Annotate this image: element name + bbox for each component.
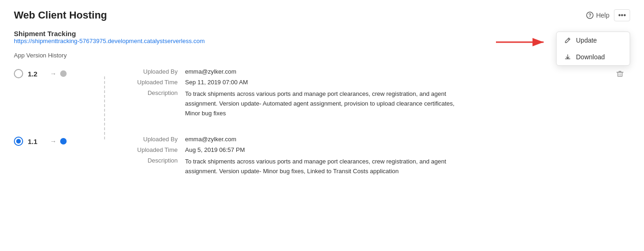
uploaded-by-label-1-1: Uploaded By: [125, 136, 185, 143]
dropdown-update-item[interactable]: Update: [557, 32, 630, 49]
arrow-icon-1-1: →: [50, 138, 56, 145]
uploaded-time-row-1-1: Uploaded Time Aug 5, 2019 06:57 PM: [125, 146, 630, 153]
more-options-button[interactable]: •••: [614, 9, 630, 21]
version-details-1-1: Uploaded By emma@zylker.com Uploaded Tim…: [116, 136, 630, 180]
uploaded-by-row-1-1: Uploaded By emma@zylker.com: [125, 136, 630, 143]
version-radio-1-1[interactable]: [14, 137, 23, 146]
svg-rect-3: [618, 72, 622, 76]
dropdown-download-item[interactable]: Download: [557, 49, 630, 65]
version-radio-1-2[interactable]: [14, 69, 23, 78]
top-actions: ? Help •••: [586, 9, 630, 21]
version-entry-1-2: 1.2 → Uploaded By emma@zylker.com Upload…: [14, 68, 630, 122]
help-circle-icon: ?: [586, 12, 594, 19]
help-button[interactable]: ? Help: [586, 12, 609, 19]
description-label-1-1: Description: [125, 157, 185, 164]
version-left-1-2: 1.2 →: [14, 68, 116, 78]
version-timeline: 1.2 → Uploaded By emma@zylker.com Upload…: [14, 68, 630, 180]
description-row-1-2: Description To track shipments across va…: [125, 89, 614, 118]
arrow-annotation: [494, 35, 549, 49]
version-left-1-1: 1.1 →: [14, 136, 116, 146]
svg-text:?: ?: [588, 13, 591, 18]
version-history-label: App Version History: [14, 52, 630, 59]
version-number-1-1: 1.1: [28, 138, 42, 145]
page-container: Web Client Hosting ? Help ••• Upd: [0, 0, 644, 251]
trash-icon-1-2: [616, 71, 624, 79]
delete-button-1-2[interactable]: [614, 68, 625, 81]
more-icon: •••: [618, 11, 626, 19]
uploaded-time-value-1-1: Aug 5, 2019 06:57 PM: [185, 146, 630, 153]
page-title: Web Client Hosting: [14, 9, 630, 21]
uploaded-time-label-1-1: Uploaded Time: [125, 146, 185, 153]
version-dot-1-2: [60, 70, 67, 77]
uploaded-by-label-1-2: Uploaded By: [125, 68, 185, 75]
uploaded-time-label-1-2: Uploaded Time: [125, 79, 185, 86]
radio-inner-1-1: [16, 139, 21, 144]
uploaded-by-value-1-2: emma@zylker.com: [185, 68, 614, 75]
description-value-1-2: To track shipments across various ports …: [185, 89, 463, 118]
download-label: Download: [576, 53, 605, 61]
update-label: Update: [576, 37, 597, 44]
version-details-1-2: Uploaded By emma@zylker.com Uploaded Tim…: [116, 68, 630, 122]
version-entry-1-1: 1.1 → Uploaded By emma@zylker.com Upload…: [14, 136, 630, 180]
pencil-icon: [564, 37, 571, 44]
arrow-icon-1-2: →: [50, 70, 56, 77]
description-value-1-1: To track shipments across various ports …: [185, 157, 463, 176]
uploaded-time-value-1-2: Sep 11, 2019 07:00 AM: [185, 79, 614, 86]
dropdown-menu: Update Download: [556, 31, 630, 66]
version-row-top-1-2: Uploaded By emma@zylker.com Uploaded Tim…: [125, 68, 630, 122]
help-label: Help: [596, 12, 609, 19]
uploaded-by-row-1-2: Uploaded By emma@zylker.com: [125, 68, 614, 75]
version-number-1-2: 1.2: [28, 70, 42, 78]
download-icon: [564, 53, 571, 61]
uploaded-by-value-1-1: emma@zylker.com: [185, 136, 630, 143]
uploaded-time-row-1-2: Uploaded Time Sep 11, 2019 07:00 AM: [125, 79, 614, 86]
description-label-1-2: Description: [125, 89, 185, 96]
description-row-1-1: Description To track shipments across va…: [125, 157, 630, 176]
timeline-line-1-2: [104, 76, 105, 139]
version-dot-1-1: [60, 138, 67, 144]
